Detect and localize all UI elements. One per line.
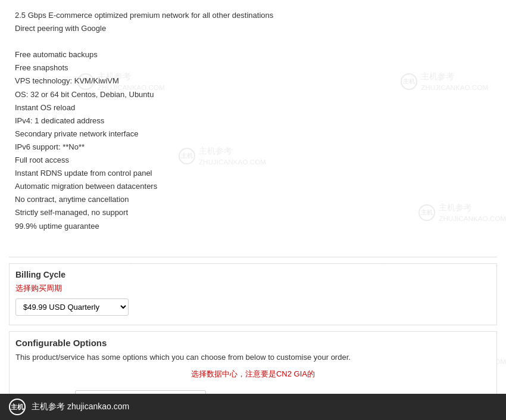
billing-cycle-select[interactable]: $49.99 USD Quarterly $19.99 USD Monthly … xyxy=(15,298,129,316)
feature-item: OS: 32 or 64 bit Centos, Debian, Ubuntu xyxy=(15,88,491,101)
feature-item: Instant RDNS update from control panel xyxy=(15,167,491,180)
configurable-description: This product/service has some options wh… xyxy=(15,353,491,362)
configurable-hint: 选择数据中心，注意要是CN2 GIA的 xyxy=(15,369,491,379)
configurable-title: Configurable Options xyxy=(15,338,491,348)
billing-hint: 选择购买周期 xyxy=(15,283,491,294)
billing-section: Billing Cycle 选择购买周期 $49.99 USD Quarterl… xyxy=(9,263,497,325)
feature-list-container: 2.5 Gbps E-commerce optimized premium ne… xyxy=(9,6,497,251)
feature-item: No contract, anytime cancellation xyxy=(15,193,491,206)
billing-title: Billing Cycle xyxy=(15,270,491,279)
feature-item: IPv6 support: **No** xyxy=(15,141,491,154)
feature-item: Direct peering with Google xyxy=(15,22,491,35)
feature-item: VPS technology: KVM/KiwiVM xyxy=(15,74,491,88)
feature-item: Free snapshots xyxy=(15,61,491,74)
main-content: 主机 主机参考ZHUJICANKAO.COM 主机 主机参考ZHUJICANKA… xyxy=(0,0,506,420)
feature-item: Secondary private network interface xyxy=(15,127,491,141)
feature-item: IPv4: 1 dedicated address xyxy=(15,114,491,127)
feature-item xyxy=(15,35,491,48)
feature-item: Instant OS reload xyxy=(15,101,491,114)
feature-item: 99.9% uptime guarantee xyxy=(15,220,491,233)
divider-1 xyxy=(9,257,497,257)
feature-item: 2.5 Gbps E-commerce optimized premium ne… xyxy=(15,9,491,22)
feature-item: Free automatic backups xyxy=(15,48,491,61)
feature-item: Full root access xyxy=(15,154,491,167)
feature-item: Strictly self-managed, no support xyxy=(15,206,491,219)
feature-list: 2.5 Gbps E-commerce optimized premium ne… xyxy=(15,9,491,233)
bottom-bar-text: 主机参考 zhujicankao.com xyxy=(32,402,129,412)
bottom-bar-logo-circle: 主机 xyxy=(9,399,26,415)
feature-item: Automatic migration between datacenters xyxy=(15,180,491,193)
bottom-bar: 主机 主机参考 zhujicankao.com xyxy=(0,394,506,420)
